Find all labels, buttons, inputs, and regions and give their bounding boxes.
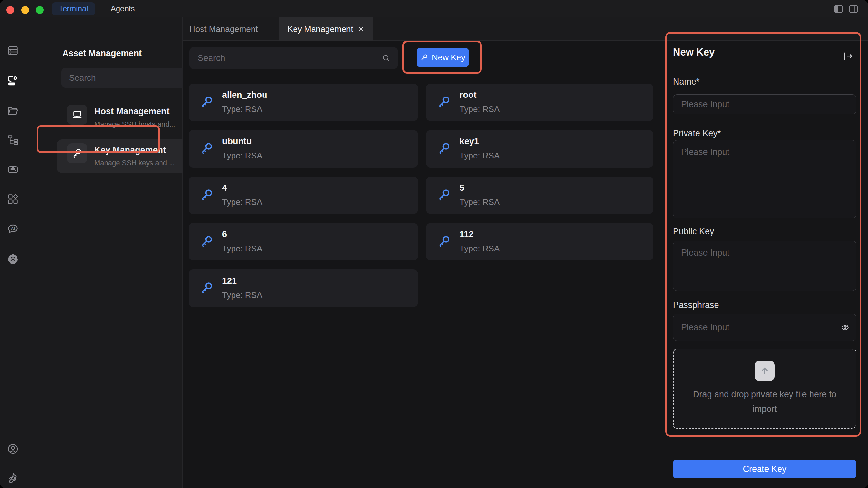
window-panel-controls bbox=[834, 4, 858, 14]
servers-icon[interactable] bbox=[6, 44, 20, 57]
key-name: allen_zhou bbox=[222, 90, 268, 100]
kubernetes-icon[interactable] bbox=[6, 252, 20, 265]
key-type: Type: RSA bbox=[222, 197, 262, 207]
key-type: Type: RSA bbox=[460, 244, 500, 254]
activity-rail: AI bbox=[0, 18, 26, 488]
tab-host-management[interactable]: Host Management bbox=[183, 18, 279, 41]
titlebar-tabs: Terminal Agents bbox=[52, 2, 142, 15]
key-card[interactable]: 112 Type: RSA bbox=[426, 223, 653, 260]
tab-label: Key Management bbox=[287, 24, 353, 34]
key-icon bbox=[199, 281, 214, 297]
passphrase-input[interactable] bbox=[673, 314, 856, 340]
create-key-button[interactable]: Create Key bbox=[673, 460, 857, 478]
key-name: root bbox=[460, 90, 476, 100]
title-bar: Terminal Agents bbox=[0, 0, 868, 18]
key-type: Type: RSA bbox=[222, 244, 262, 254]
laptop-icon bbox=[67, 104, 87, 125]
account-icon[interactable] bbox=[6, 443, 20, 455]
sidebar-item-title: Host Management bbox=[94, 106, 169, 117]
key-card[interactable]: root Type: RSA bbox=[426, 84, 653, 121]
collapse-panel-icon[interactable] bbox=[842, 51, 854, 63]
search-icon bbox=[382, 54, 391, 64]
sidebar-title: Asset Management bbox=[62, 48, 142, 58]
key-type: Type: RSA bbox=[222, 290, 262, 300]
drive-cloud-icon[interactable] bbox=[6, 163, 20, 176]
app-window: Terminal Agents bbox=[0, 0, 868, 488]
key-name: 4 bbox=[222, 183, 227, 193]
key-icon bbox=[67, 143, 87, 163]
dropzone-text: Drag and drop private key file here to i… bbox=[684, 387, 845, 416]
minimize-window-button[interactable] bbox=[21, 6, 29, 14]
sidebar-item-title: Key Management bbox=[94, 145, 166, 155]
key-icon bbox=[199, 95, 214, 111]
key-card[interactable]: ubuntu Type: RSA bbox=[189, 130, 418, 167]
key-card[interactable]: key1 Type: RSA bbox=[426, 130, 653, 167]
key-type: Type: RSA bbox=[460, 104, 500, 114]
private-key-textarea[interactable] bbox=[673, 140, 857, 218]
key-name: 112 bbox=[460, 229, 474, 239]
new-key-button[interactable]: New Key bbox=[416, 48, 469, 67]
asset-management-icon[interactable] bbox=[6, 74, 20, 87]
document-tab-strip: Host Management Key Management bbox=[183, 18, 868, 41]
key-card[interactable]: 6 Type: RSA bbox=[189, 223, 418, 260]
key-icon bbox=[437, 95, 452, 111]
ai-assistant-icon[interactable]: AI bbox=[6, 222, 20, 235]
key-card[interactable]: 4 Type: RSA bbox=[189, 176, 418, 214]
passphrase-field-label: Passphrase bbox=[673, 300, 719, 310]
private-key-field-label: Private Key* bbox=[673, 128, 721, 138]
tree-icon[interactable] bbox=[6, 134, 20, 147]
key-name: ubuntu bbox=[222, 136, 252, 147]
passphrase-field bbox=[673, 314, 857, 341]
titlebar-tab-terminal[interactable]: Terminal bbox=[52, 2, 95, 15]
public-key-field-label: Public Key bbox=[673, 227, 714, 236]
files-icon[interactable] bbox=[6, 104, 20, 117]
sidebar-item-host-management[interactable]: Host Management Manage SSH hosts and... bbox=[57, 101, 194, 134]
private-key-dropzone[interactable]: Drag and drop private key file here to i… bbox=[673, 349, 857, 429]
sidebar-search bbox=[61, 68, 199, 88]
toggle-left-panel-icon[interactable] bbox=[834, 4, 843, 14]
key-card[interactable]: allen_zhou Type: RSA bbox=[189, 84, 418, 121]
key-icon bbox=[437, 141, 452, 157]
key-type: Type: RSA bbox=[222, 104, 262, 114]
key-card[interactable]: 121 Type: RSA bbox=[189, 269, 418, 307]
keys-search bbox=[189, 47, 398, 69]
toggle-right-panel-icon[interactable] bbox=[848, 4, 858, 14]
key-icon bbox=[199, 234, 214, 250]
sidebar-item-subtitle: Manage SSH hosts and... bbox=[94, 120, 175, 128]
public-key-textarea[interactable] bbox=[673, 241, 857, 291]
key-name: key1 bbox=[460, 136, 479, 147]
key-type: Type: RSA bbox=[222, 151, 262, 161]
key-card[interactable]: 5 Type: RSA bbox=[426, 176, 653, 214]
name-input[interactable] bbox=[673, 94, 857, 114]
key-name: 5 bbox=[460, 183, 464, 193]
panel-title: New Key bbox=[673, 46, 715, 58]
sidebar-item-key-management[interactable]: Key Management Manage SSH keys and ... bbox=[57, 139, 194, 173]
key-icon bbox=[420, 53, 429, 62]
sidebar-asset-management: Asset Management Host Management Manage … bbox=[26, 18, 183, 488]
settings-icon[interactable] bbox=[6, 472, 20, 485]
close-tab-icon[interactable] bbox=[357, 25, 365, 33]
key-type: Type: RSA bbox=[460, 197, 500, 207]
tab-key-management[interactable]: Key Management bbox=[279, 18, 373, 41]
new-key-button-label: New Key bbox=[432, 53, 465, 63]
key-icon bbox=[199, 141, 214, 157]
key-name: 121 bbox=[222, 276, 237, 286]
key-icon bbox=[437, 188, 452, 204]
key-icon bbox=[437, 234, 452, 250]
keys-search-input[interactable] bbox=[189, 47, 398, 69]
key-name: 6 bbox=[222, 229, 227, 239]
titlebar-tab-agents[interactable]: Agents bbox=[104, 2, 142, 15]
sidebar-search-input[interactable] bbox=[61, 68, 199, 88]
sidebar-item-subtitle: Manage SSH keys and ... bbox=[94, 159, 175, 167]
close-window-button[interactable] bbox=[6, 6, 14, 14]
upload-icon bbox=[755, 361, 775, 381]
key-type: Type: RSA bbox=[460, 151, 500, 161]
name-field-label: Name* bbox=[673, 77, 700, 87]
eye-slash-icon[interactable] bbox=[841, 323, 849, 333]
key-icon bbox=[199, 188, 214, 204]
zoom-window-button[interactable] bbox=[36, 6, 43, 14]
svg-text:AI: AI bbox=[11, 226, 15, 231]
tab-label: Host Management bbox=[189, 24, 258, 34]
extensions-icon[interactable] bbox=[6, 193, 20, 205]
